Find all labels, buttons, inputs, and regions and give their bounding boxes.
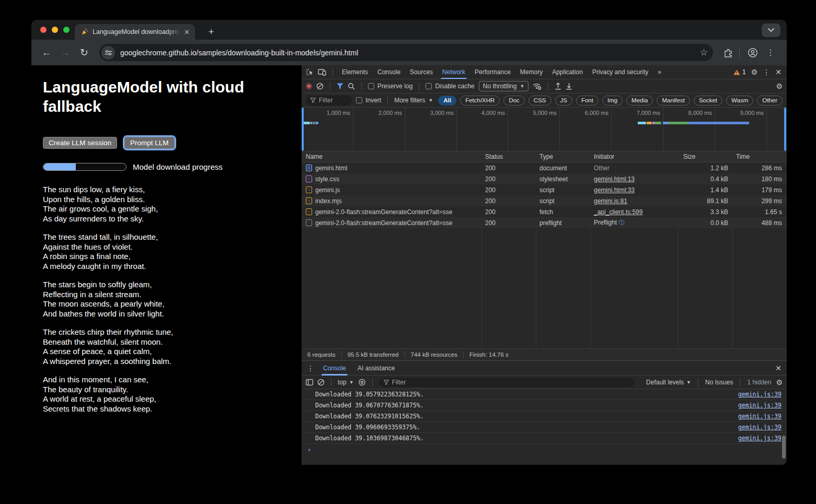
request-row[interactable]: ▫gemini-2.0-flash:streamGenerateContent?… — [302, 206, 787, 217]
column-header-initiator[interactable]: Initiator — [590, 153, 678, 160]
request-row[interactable]: ▫index.mjs 200 script gemini.js:81 89.1 … — [302, 195, 787, 206]
filter-chip-font[interactable]: Font — [576, 96, 599, 106]
devtools-menu-icon[interactable]: ⋮ — [763, 68, 770, 76]
column-header-name[interactable]: Name — [302, 153, 481, 160]
preserve-log-checkbox[interactable]: Preserve log — [368, 83, 412, 90]
console-source-link[interactable]: gemini.js:39 — [738, 435, 781, 442]
extensions-puzzle-icon[interactable] — [720, 45, 736, 61]
clear-console-icon[interactable] — [317, 379, 325, 386]
tab-sources[interactable]: Sources — [405, 65, 438, 79]
filter-chip-manifest[interactable]: Manifest — [657, 96, 689, 106]
initiator-link[interactable]: gemini.html:13 — [594, 175, 635, 183]
warning-badge[interactable]: 1 — [733, 68, 746, 76]
drawer-close-icon[interactable]: ✕ — [775, 365, 781, 372]
address-bar[interactable]: googlechrome.github.io/samples/downloadi… — [99, 44, 713, 61]
tab-network[interactable]: Network — [438, 65, 470, 79]
zoom-window-button[interactable] — [63, 27, 70, 33]
console-message[interactable]: Downloaded 39.06707763671875%.gemini.js:… — [302, 400, 787, 411]
record-network-log-icon[interactable] — [306, 83, 312, 89]
profile-avatar-icon[interactable] — [745, 45, 761, 61]
live-expression-eye-icon[interactable] — [358, 379, 366, 386]
console-prompt[interactable]: › — [302, 444, 787, 455]
close-window-button[interactable] — [40, 27, 47, 33]
column-header-time[interactable]: Time — [732, 153, 786, 160]
tab-performance[interactable]: Performance — [470, 65, 515, 79]
back-icon[interactable]: ← — [39, 45, 54, 61]
console-settings-gear-icon[interactable]: ⚙ — [776, 379, 783, 386]
export-har-icon[interactable] — [566, 83, 572, 90]
tab-elements[interactable]: Elements — [337, 65, 373, 79]
reload-icon[interactable]: ↻ — [76, 45, 92, 61]
drawer-tab-ai-assistance[interactable]: AI assistance — [352, 361, 400, 376]
console-source-link[interactable]: gemini.js:39 — [738, 413, 781, 420]
filter-chip-all[interactable]: All — [438, 96, 456, 106]
console-message[interactable]: Downloaded 39.05792236328125%.gemini.js:… — [302, 389, 787, 400]
tab-memory[interactable]: Memory — [515, 65, 547, 79]
prompt-llm-button[interactable]: Prompt LLM — [124, 137, 175, 149]
filter-chip-js[interactable]: JS — [555, 96, 572, 106]
column-header-size[interactable]: Size — [678, 153, 732, 160]
request-row[interactable]: gemini-2.0-flash:streamGenerateContent?a… — [302, 217, 787, 228]
console-filter-input[interactable]: Filter — [379, 378, 635, 387]
invert-checkbox[interactable]: Invert — [356, 97, 381, 104]
throttling-dropdown[interactable]: No throttling▼ — [479, 81, 529, 91]
minimize-window-button[interactable] — [52, 27, 58, 33]
network-filter-input[interactable]: Filter — [306, 96, 352, 106]
console-message[interactable]: Downloaded 39.10369873046875%.gemini.js:… — [302, 433, 787, 444]
import-har-icon[interactable] — [555, 83, 561, 90]
new-tab-button[interactable]: + — [204, 25, 219, 39]
filter-chip-socket[interactable]: Socket — [694, 96, 722, 106]
initiator-link[interactable]: gemini.html:33 — [594, 186, 635, 194]
forward-icon[interactable]: → — [58, 45, 73, 61]
initiator-link[interactable]: gemini.js:81 — [594, 197, 627, 205]
column-header-status[interactable]: Status — [481, 153, 536, 160]
filter-chip-media[interactable]: Media — [626, 96, 653, 106]
overview-right-handle[interactable] — [784, 108, 786, 151]
clear-network-log-icon[interactable] — [316, 83, 324, 90]
drawer-menu-icon[interactable]: ⋮ — [307, 365, 314, 372]
initiator-link[interactable]: _api_client.ts:599 — [594, 208, 642, 216]
filter-chip-doc[interactable]: Doc — [503, 96, 524, 106]
console-source-link[interactable]: gemini.js:39 — [738, 402, 781, 409]
search-icon[interactable] — [348, 83, 355, 90]
inspect-element-icon[interactable] — [306, 68, 314, 76]
filter-chip-other[interactable]: Other — [757, 96, 783, 106]
browser-tab[interactable]: LanguageModel downloadpro ✕ — [75, 24, 195, 40]
tab-search-button[interactable] — [762, 24, 780, 37]
url-text[interactable]: googlechrome.github.io/samples/downloadi… — [120, 49, 700, 57]
overview-left-handle[interactable] — [302, 108, 304, 151]
bookmark-star-icon[interactable]: ☆ — [700, 47, 708, 58]
network-settings-gear-icon[interactable]: ⚙ — [776, 83, 783, 90]
tab-console[interactable]: Console — [373, 65, 405, 79]
network-overview-timeline[interactable]: 1,000 ms 2,000 ms 3,000 ms 4,000 ms 5,00… — [302, 108, 787, 151]
devtools-close-icon[interactable]: ✕ — [775, 68, 781, 76]
filter-chip-css[interactable]: CSS — [528, 96, 551, 106]
console-scrollbar[interactable] — [782, 436, 786, 459]
tab-privacy-security[interactable]: Privacy and security — [588, 65, 653, 79]
console-source-link[interactable]: gemini.js:39 — [738, 424, 781, 431]
request-row[interactable]: ▫gemini.js 200 script gemini.html:33 1.4… — [302, 184, 787, 195]
hidden-messages-label[interactable]: 1 hidden — [747, 379, 771, 386]
drawer-tab-console[interactable]: Console — [317, 361, 352, 376]
disable-cache-checkbox[interactable]: Disable cache — [426, 83, 474, 90]
request-row[interactable]: ⁄style.css 200 stylesheet gemini.html:13… — [302, 173, 787, 184]
request-row[interactable]: ≡gemini.html 200 document Other 1.2 kB 2… — [302, 162, 787, 173]
default-levels-dropdown[interactable]: Default levels▼ — [646, 379, 691, 386]
tab-application[interactable]: Application — [547, 65, 588, 79]
browser-menu-icon[interactable]: ⋮ — [763, 45, 778, 61]
console-sidebar-icon[interactable] — [306, 379, 313, 385]
filter-chip-img[interactable]: Img — [602, 96, 623, 106]
column-header-type[interactable]: Type — [536, 153, 590, 160]
more-filters-dropdown[interactable]: More filters▼ — [394, 97, 433, 104]
preflight-info-icon[interactable]: ⓘ — [618, 219, 624, 226]
create-llm-session-button[interactable]: Create LLM session — [43, 137, 117, 149]
site-settings-icon[interactable] — [101, 46, 115, 60]
device-toolbar-icon[interactable] — [318, 68, 326, 76]
filter-chip-wasm[interactable]: Wasm — [726, 96, 753, 106]
console-source-link[interactable]: gemini.js:39 — [738, 391, 781, 398]
console-context-dropdown[interactable]: top▼ — [338, 379, 354, 386]
devtools-settings-gear-icon[interactable]: ⚙ — [751, 68, 758, 76]
filter-funnel-icon[interactable] — [337, 83, 343, 89]
filter-chip-fetchxhr[interactable]: Fetch/XHR — [460, 96, 500, 106]
tab-close-icon[interactable]: ✕ — [183, 28, 191, 36]
